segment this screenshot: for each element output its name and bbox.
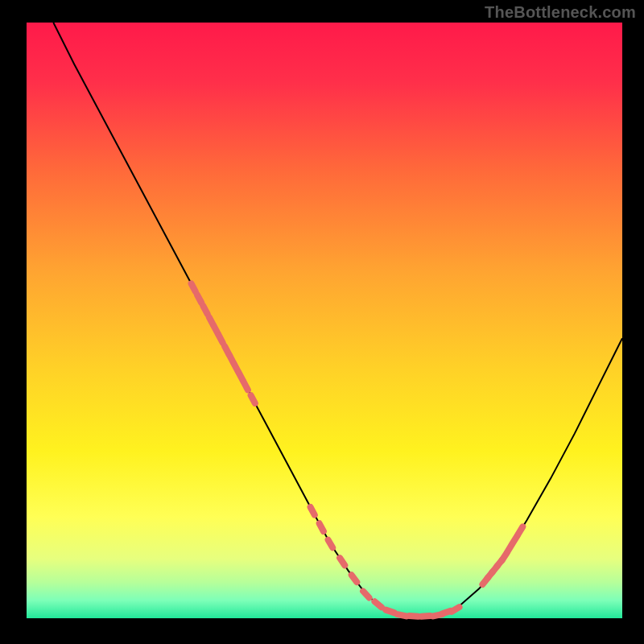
marker-dash [311, 507, 315, 515]
marker-dash [203, 306, 207, 314]
marker-dash [352, 575, 357, 582]
marker-dash [192, 283, 196, 291]
marker-dash [452, 607, 459, 612]
marker-dash [386, 610, 394, 613]
marker-dash [197, 295, 201, 303]
marker-dash [374, 601, 381, 607]
marker-dash [518, 526, 523, 534]
marker-dash [340, 558, 345, 565]
watermark-text: TheBottleneck.com [485, 3, 636, 22]
marker-dash [328, 540, 333, 547]
marker-dash [219, 335, 223, 343]
marker-dash [363, 591, 369, 597]
chart-svg [0, 0, 644, 644]
marker-dash [244, 382, 248, 390]
chart-stage: TheBottleneck.com [0, 0, 644, 644]
marker-dash [410, 616, 419, 617]
marker-dash [320, 523, 324, 531]
marker-dash [398, 614, 407, 616]
marker-dash [251, 395, 255, 403]
marker-dash [421, 616, 430, 617]
